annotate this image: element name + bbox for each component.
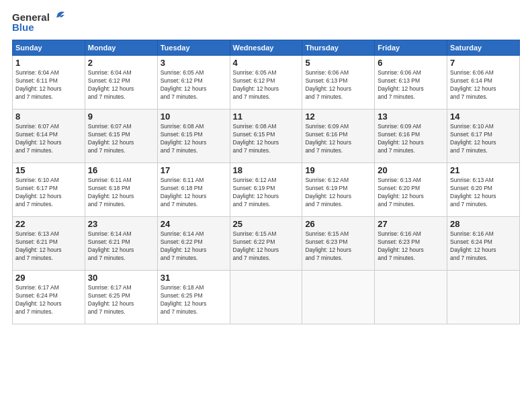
day-number: 6: [378, 58, 444, 68]
day-info: Sunrise: 6:13 AMSunset: 6:20 PMDaylight:…: [450, 177, 517, 209]
day-info: Sunrise: 6:13 AMSunset: 6:21 PMDaylight:…: [15, 230, 82, 263]
day-number: 17: [161, 165, 227, 175]
day-number: 3: [161, 58, 227, 68]
header-saturday: Saturday: [447, 40, 520, 56]
day-number: 8: [15, 111, 82, 122]
day-info: Sunrise: 6:09 AMSunset: 6:16 PMDaylight:…: [378, 123, 444, 155]
day-info: Sunrise: 6:04 AMSunset: 6:11 PMDaylight:…: [15, 69, 82, 101]
day-info: Sunrise: 6:13 AMSunset: 6:20 PMDaylight:…: [378, 177, 444, 209]
header-friday: Friday: [375, 40, 447, 56]
day-info: Sunrise: 6:14 AMSunset: 6:21 PMDaylight:…: [88, 230, 154, 263]
day-number: 15: [15, 165, 82, 175]
day-info: Sunrise: 6:11 AMSunset: 6:18 PMDaylight:…: [161, 177, 227, 209]
day-number: 28: [450, 219, 517, 229]
day-info: Sunrise: 6:06 AMSunset: 6:13 PMDaylight:…: [378, 69, 444, 101]
calendar-cell: [302, 271, 375, 324]
header-sunday: Sunday: [13, 40, 85, 56]
calendar-cell: 4Sunrise: 6:05 AMSunset: 6:12 PMDaylight…: [230, 56, 302, 109]
logo-text-blue: Blue: [12, 21, 34, 33]
calendar-cell: 24Sunrise: 6:14 AMSunset: 6:22 PMDayligh…: [157, 217, 230, 271]
calendar-cell: 1Sunrise: 6:04 AMSunset: 6:11 PMDaylight…: [13, 56, 85, 109]
calendar-cell: 14Sunrise: 6:10 AMSunset: 6:17 PMDayligh…: [447, 109, 520, 163]
calendar-cell: 7Sunrise: 6:06 AMSunset: 6:14 PMDaylight…: [447, 56, 520, 109]
calendar-week-3: 15Sunrise: 6:10 AMSunset: 6:17 PMDayligh…: [13, 163, 520, 217]
calendar-cell: 11Sunrise: 6:08 AMSunset: 6:15 PMDayligh…: [230, 109, 302, 163]
day-number: 25: [233, 219, 300, 229]
calendar-cell: [447, 271, 520, 324]
calendar-cell: 18Sunrise: 6:12 AMSunset: 6:19 PMDayligh…: [230, 163, 302, 217]
day-info: Sunrise: 6:05 AMSunset: 6:12 PMDaylight:…: [161, 69, 227, 101]
day-number: 2: [88, 58, 154, 68]
day-info: Sunrise: 6:12 AMSunset: 6:19 PMDaylight:…: [233, 177, 300, 209]
calendar-week-4: 22Sunrise: 6:13 AMSunset: 6:21 PMDayligh…: [13, 217, 520, 271]
day-info: Sunrise: 6:04 AMSunset: 6:12 PMDaylight:…: [88, 69, 154, 101]
day-number: 19: [305, 165, 371, 175]
day-number: 31: [161, 273, 227, 283]
calendar-cell: 27Sunrise: 6:16 AMSunset: 6:23 PMDayligh…: [375, 217, 447, 271]
day-info: Sunrise: 6:10 AMSunset: 6:17 PMDaylight:…: [15, 177, 82, 209]
header-monday: Monday: [85, 40, 157, 56]
logo-text-general: General: [12, 11, 50, 23]
day-info: Sunrise: 6:15 AMSunset: 6:22 PMDaylight:…: [233, 230, 300, 263]
calendar-cell: 22Sunrise: 6:13 AMSunset: 6:21 PMDayligh…: [13, 217, 85, 271]
header-tuesday: Tuesday: [157, 40, 230, 56]
day-info: Sunrise: 6:14 AMSunset: 6:22 PMDaylight:…: [161, 230, 227, 263]
calendar-table: SundayMondayTuesdayWednesdayThursdayFrid…: [12, 40, 520, 324]
calendar-cell: 19Sunrise: 6:12 AMSunset: 6:19 PMDayligh…: [302, 163, 375, 217]
day-info: Sunrise: 6:18 AMSunset: 6:25 PMDaylight:…: [161, 284, 227, 316]
calendar-cell: 13Sunrise: 6:09 AMSunset: 6:16 PMDayligh…: [375, 109, 447, 163]
day-number: 26: [305, 219, 371, 229]
calendar-week-2: 8Sunrise: 6:07 AMSunset: 6:14 PMDaylight…: [13, 109, 520, 163]
day-number: 12: [305, 111, 371, 122]
calendar-cell: 2Sunrise: 6:04 AMSunset: 6:12 PMDaylight…: [85, 56, 157, 109]
calendar-cell: 12Sunrise: 6:09 AMSunset: 6:16 PMDayligh…: [302, 109, 375, 163]
day-number: 18: [233, 165, 300, 175]
day-number: 22: [15, 219, 82, 229]
calendar-cell: 8Sunrise: 6:07 AMSunset: 6:14 PMDaylight…: [13, 109, 85, 163]
logo-container: General Blue: [12, 11, 66, 33]
day-number: 24: [161, 219, 227, 229]
calendar-week-1: 1Sunrise: 6:04 AMSunset: 6:11 PMDaylight…: [13, 56, 520, 109]
header-thursday: Thursday: [302, 40, 375, 56]
day-number: 16: [88, 165, 154, 175]
day-number: 14: [450, 111, 517, 122]
day-number: 23: [88, 219, 154, 229]
day-number: 13: [378, 111, 444, 122]
calendar-cell: 10Sunrise: 6:08 AMSunset: 6:15 PMDayligh…: [157, 109, 230, 163]
day-number: 29: [15, 273, 82, 283]
calendar-cell: 5Sunrise: 6:06 AMSunset: 6:13 PMDaylight…: [302, 56, 375, 109]
calendar-cell: 20Sunrise: 6:13 AMSunset: 6:20 PMDayligh…: [375, 163, 447, 217]
day-info: Sunrise: 6:07 AMSunset: 6:15 PMDaylight:…: [88, 123, 154, 155]
day-info: Sunrise: 6:05 AMSunset: 6:12 PMDaylight:…: [233, 69, 300, 101]
header-wednesday: Wednesday: [230, 40, 302, 56]
day-info: Sunrise: 6:06 AMSunset: 6:13 PMDaylight:…: [305, 69, 371, 101]
calendar-page: General Blue SundayMondayTuesdayWednesda…: [0, 0, 532, 411]
calendar-week-5: 29Sunrise: 6:17 AMSunset: 6:24 PMDayligh…: [13, 271, 520, 324]
calendar-cell: 9Sunrise: 6:07 AMSunset: 6:15 PMDaylight…: [85, 109, 157, 163]
header: General Blue: [12, 11, 520, 33]
calendar-header-row: SundayMondayTuesdayWednesdayThursdayFrid…: [13, 40, 520, 56]
day-info: Sunrise: 6:15 AMSunset: 6:23 PMDaylight:…: [305, 230, 371, 263]
calendar-cell: 21Sunrise: 6:13 AMSunset: 6:20 PMDayligh…: [447, 163, 520, 217]
calendar-cell: 15Sunrise: 6:10 AMSunset: 6:17 PMDayligh…: [13, 163, 85, 217]
calendar-cell: 30Sunrise: 6:17 AMSunset: 6:25 PMDayligh…: [85, 271, 157, 324]
day-info: Sunrise: 6:16 AMSunset: 6:23 PMDaylight:…: [378, 230, 444, 263]
calendar-cell: 28Sunrise: 6:16 AMSunset: 6:24 PMDayligh…: [447, 217, 520, 271]
logo: General Blue: [12, 11, 66, 33]
day-info: Sunrise: 6:11 AMSunset: 6:18 PMDaylight:…: [88, 177, 154, 209]
day-info: Sunrise: 6:12 AMSunset: 6:19 PMDaylight:…: [305, 177, 371, 209]
day-number: 20: [378, 165, 444, 175]
logo-bird-icon: [51, 11, 66, 23]
calendar-cell: [230, 271, 302, 324]
calendar-cell: 3Sunrise: 6:05 AMSunset: 6:12 PMDaylight…: [157, 56, 230, 109]
day-info: Sunrise: 6:08 AMSunset: 6:15 PMDaylight:…: [233, 123, 300, 155]
day-info: Sunrise: 6:17 AMSunset: 6:25 PMDaylight:…: [88, 284, 154, 316]
calendar-cell: 23Sunrise: 6:14 AMSunset: 6:21 PMDayligh…: [85, 217, 157, 271]
calendar-cell: [375, 271, 447, 324]
calendar-cell: 6Sunrise: 6:06 AMSunset: 6:13 PMDaylight…: [375, 56, 447, 109]
day-number: 4: [233, 58, 300, 68]
calendar-cell: 29Sunrise: 6:17 AMSunset: 6:24 PMDayligh…: [13, 271, 85, 324]
day-number: 27: [378, 219, 444, 229]
calendar-cell: 17Sunrise: 6:11 AMSunset: 6:18 PMDayligh…: [157, 163, 230, 217]
calendar-cell: 26Sunrise: 6:15 AMSunset: 6:23 PMDayligh…: [302, 217, 375, 271]
